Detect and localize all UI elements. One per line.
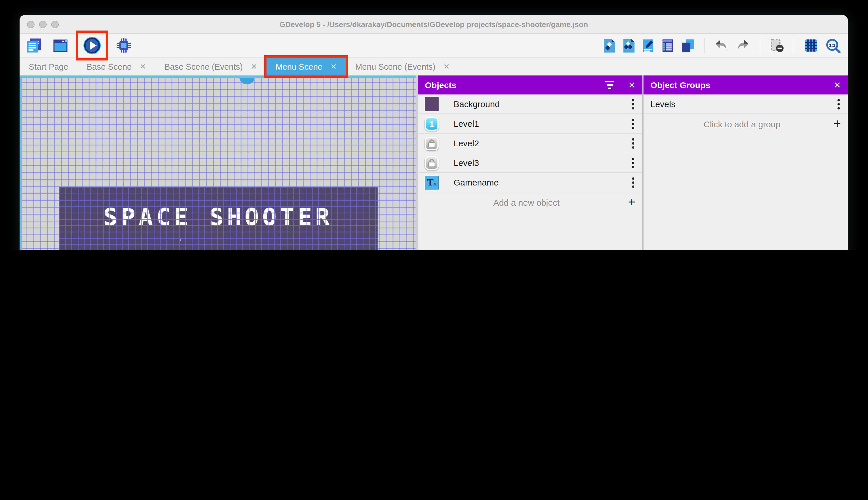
play-button-highlight [78, 33, 106, 58]
star [179, 239, 181, 241]
close-icon[interactable]: ✕ [834, 80, 841, 90]
background-thumbnail [425, 97, 438, 111]
tab-label: Base Scene [86, 62, 131, 71]
window-title: GDevelop 5 - /Users/dkarakay/Documents/G… [20, 15, 848, 34]
toolbar-separator [760, 38, 760, 53]
objects-panel: Objects ✕ Background 1 Level1 Level2 [418, 76, 642, 250]
object-groups-title: Object Groups [650, 80, 710, 90]
tab-label: Menu Scene [276, 62, 322, 71]
text-object-thumbnail: Tx [425, 175, 438, 189]
object-groups-header: Object Groups ✕ [644, 76, 848, 94]
mini-lock-icon [428, 159, 435, 167]
add-object-row[interactable]: Add a new object + [418, 192, 642, 212]
objects-editor-icon[interactable] [603, 38, 615, 53]
object-row-background[interactable]: Background [418, 94, 642, 114]
tab-menu-scene[interactable]: Menu Scene ✕ [267, 58, 346, 76]
toolbar-separator [704, 38, 705, 53]
add-object-label: Add a new object [425, 197, 628, 207]
tab-label: Start Page [29, 62, 68, 71]
object-name: Level1 [454, 119, 479, 128]
kebab-menu-icon[interactable] [631, 156, 635, 169]
minimize-window-button[interactable] [39, 21, 47, 28]
tab-base-scene[interactable]: Base Scene ✕ [78, 58, 155, 76]
add-group-label: Click to add a group [650, 119, 833, 129]
object-row-level1[interactable]: 1 Level1 [418, 114, 642, 134]
level3-thumbnail [425, 156, 438, 170]
object-name: Level2 [454, 138, 479, 148]
object-groups-panel: Object Groups ✕ Levels Click to add a gr… [644, 76, 848, 250]
close-icon[interactable]: ✕ [628, 80, 635, 90]
toolbar-left [20, 33, 132, 58]
instances-list-icon[interactable] [661, 38, 674, 53]
zoom-ratio-icon[interactable]: 1:1 [825, 38, 841, 53]
game-scene-background[interactable]: SPACE SHOOTER 1 [59, 187, 378, 250]
traffic-lights [27, 21, 59, 28]
toolbar-right: 1:1 [603, 38, 848, 53]
object-groups-editor-icon[interactable] [622, 38, 635, 53]
tab-close-icon[interactable]: ✕ [330, 62, 337, 71]
kebab-menu-icon[interactable] [631, 98, 635, 110]
game-title-text[interactable]: SPACE SHOOTER [59, 203, 378, 231]
level1-thumbnail: 1 [425, 117, 438, 130]
objects-panel-header: Objects ✕ [418, 76, 642, 94]
kebab-menu-icon[interactable] [631, 117, 635, 130]
play-preview-icon[interactable] [83, 36, 101, 55]
frame-minus-icon[interactable] [770, 38, 785, 53]
editor-content: SPACE SHOOTER 1 [20, 76, 848, 250]
title-bar: GDevelop 5 - /Users/dkarakay/Documents/G… [20, 15, 848, 34]
group-row-levels[interactable]: Levels [644, 94, 848, 114]
canvas-horizontal-scrollbar[interactable] [20, 76, 415, 78]
tab-menu-scene-events[interactable]: Menu Scene (Events) ✕ [346, 58, 459, 76]
properties-icon[interactable] [642, 38, 655, 53]
tab-close-icon[interactable]: ✕ [251, 62, 257, 71]
debug-icon[interactable] [115, 37, 132, 54]
plus-icon[interactable]: + [833, 117, 841, 130]
tab-base-scene-events[interactable]: Base Scene (Events) ✕ [155, 58, 266, 76]
tab-close-icon[interactable]: ✕ [444, 62, 450, 71]
redo-icon[interactable] [736, 38, 751, 53]
scene-canvas[interactable]: SPACE SHOOTER 1 [20, 76, 415, 250]
toolbar-separator [794, 38, 794, 53]
tab-close-icon[interactable]: ✕ [140, 62, 146, 71]
close-window-button[interactable] [27, 21, 35, 28]
object-row-gamename[interactable]: Tx Gamename [418, 173, 642, 192]
canvas-horizontal-scroll-thumb[interactable] [239, 78, 255, 84]
svg-text:1:1: 1:1 [829, 42, 835, 47]
mini-lock-icon [428, 139, 435, 147]
canvas-vertical-scrollbar[interactable] [20, 76, 22, 250]
editor-tabs: Start Page Base Scene ✕ Base Scene (Even… [20, 58, 848, 76]
zoom-window-button[interactable] [51, 21, 59, 28]
gdevelop-window: GDevelop 5 - /Users/dkarakay/Documents/G… [20, 15, 848, 250]
object-name: Level3 [454, 158, 479, 168]
tab-start-page[interactable]: Start Page [20, 58, 78, 76]
object-row-level3[interactable]: Level3 [418, 153, 642, 173]
object-name: Gamename [454, 178, 499, 187]
group-name: Levels [650, 99, 676, 109]
kebab-menu-icon[interactable] [631, 137, 635, 149]
object-row-level2[interactable]: Level2 [418, 134, 642, 153]
level2-thumbnail [425, 136, 438, 150]
object-name: Background [454, 99, 500, 109]
window-icon[interactable] [52, 37, 69, 54]
filter-icon[interactable] [605, 81, 614, 89]
grid-icon[interactable] [804, 38, 819, 53]
add-group-row[interactable]: Click to add a group + [644, 114, 848, 134]
layers-icon[interactable] [681, 38, 695, 53]
tab-label: Menu Scene (Events) [355, 62, 435, 71]
kebab-menu-icon[interactable] [631, 176, 635, 189]
tab-label: Base Scene (Events) [164, 62, 243, 71]
kebab-menu-icon[interactable] [836, 98, 841, 110]
project-manager-icon[interactable] [25, 37, 43, 54]
main-toolbar: 1:1 [20, 34, 848, 58]
objects-panel-title: Objects [425, 80, 456, 90]
plus-icon[interactable]: + [628, 196, 635, 208]
screen: GDevelop 5 - /Users/dkarakay/Documents/G… [0, 0, 868, 250]
canvas-panel-gutter [415, 76, 418, 250]
undo-icon[interactable] [714, 38, 729, 53]
